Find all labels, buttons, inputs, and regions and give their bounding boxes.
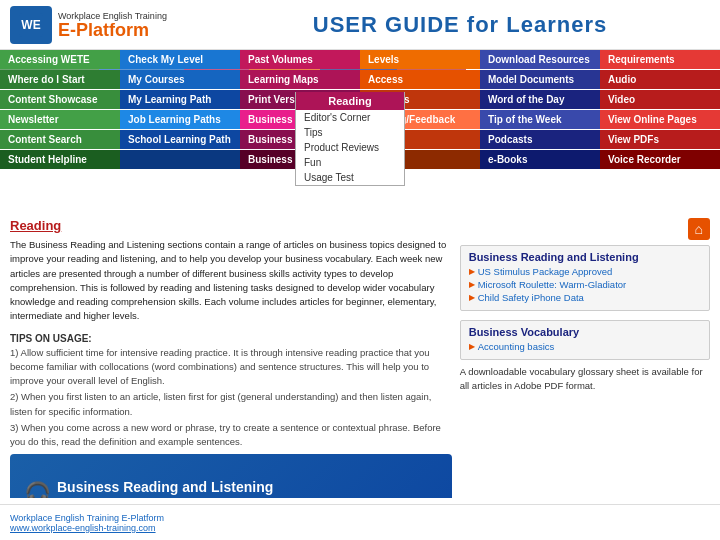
main-content-para: The Business Reading and Listening secti… — [10, 238, 452, 324]
subnav-word-of-the-day[interactable]: Word of the Day — [480, 90, 600, 109]
reading-dropdown-tips[interactable]: Tips — [296, 125, 404, 140]
tips-title: TIPS ON USAGE: — [10, 333, 452, 344]
subnav-audio[interactable]: Audio — [600, 70, 720, 89]
logo-platform: -Platform — [70, 20, 149, 40]
page-title: USER GUIDE for Learners — [210, 12, 710, 38]
subnav-my-learning-path[interactable]: My Learning Path — [120, 90, 240, 109]
subnav-empty-6-2 — [120, 150, 240, 169]
right-column: ⌂ Business Reading and Listening US Stim… — [460, 218, 710, 498]
biz-subtitle: US Economic Stimulus Plan Approved — [57, 497, 273, 498]
tips-item-2: 2) When you first listen to an article, … — [10, 390, 452, 419]
logo-icon: WE — [10, 6, 52, 44]
brl-link-2[interactable]: Microsoft Roulette: Warm-Gladiator — [469, 279, 701, 290]
tips-item-3: 3) When you come across a new word or ph… — [10, 421, 452, 450]
svg-text:WE: WE — [21, 18, 40, 32]
left-column: Reading The Business Reading and Listeni… — [10, 218, 452, 498]
subnav-video[interactable]: Video — [600, 90, 720, 109]
reading-dropdown: Reading Editor's Corner Tips Product Rev… — [295, 92, 405, 186]
reading-dropdown-editors-corner[interactable]: Editor's Corner — [296, 110, 404, 125]
bv-link-1[interactable]: Accounting basics — [469, 341, 701, 352]
subnav-past-volumes[interactable]: Past Volumes — [240, 50, 360, 69]
stacked-row-1: Accessing WETE Check My Level Past Volum… — [0, 50, 720, 70]
subnav-view-online-pages[interactable]: View Online Pages — [600, 110, 720, 129]
brl-title: Business Reading and Listening — [469, 251, 701, 263]
home-button[interactable]: ⌂ — [688, 218, 710, 240]
subnav-newsletter[interactable]: Newsletter — [0, 110, 120, 129]
subnav-voice-recorder[interactable]: Voice Recorder — [600, 150, 720, 169]
home-btn-area: ⌂ — [460, 218, 710, 240]
footer-link[interactable]: www.workplace-english-training.com — [10, 523, 710, 533]
subnav-access[interactable]: Access — [360, 70, 480, 89]
footer: Workplace English Training E-Platform ww… — [0, 504, 720, 540]
subnav-requirements[interactable]: Requirements — [600, 50, 720, 69]
subnav-my-courses[interactable]: My Courses — [120, 70, 240, 89]
reading-dropdown-header[interactable]: Reading — [296, 92, 404, 110]
subnav-check-my-level[interactable]: Check My Level — [120, 50, 240, 69]
subnav-content-showcase[interactable]: Content Showcase — [0, 90, 120, 109]
footer-line1: Workplace English Training E-Platform — [10, 513, 710, 523]
subnav-view-pdfs[interactable]: View PDFs — [600, 130, 720, 149]
logo-text: Workplace English Training E-Platform — [58, 11, 167, 39]
subnav-download-resources[interactable]: Download Resources — [480, 50, 600, 69]
reading-section-title[interactable]: Reading — [10, 218, 452, 233]
business-card-icon: 🎧 — [24, 481, 51, 498]
brl-link-1[interactable]: US Stimulus Package Approved — [469, 266, 701, 277]
reading-dropdown-product-reviews[interactable]: Product Reviews — [296, 140, 404, 155]
header: WE Workplace English Training E-Platform… — [0, 0, 720, 50]
logo-area: WE Workplace English Training E-Platform — [10, 6, 210, 44]
bv-title: Business Vocabulary — [469, 326, 701, 338]
brl-section: Business Reading and Listening US Stimul… — [460, 245, 710, 311]
subnav-podcasts[interactable]: Podcasts — [480, 130, 600, 149]
subnav-levels[interactable]: Levels — [360, 50, 480, 69]
subnav-school-learning-path[interactable]: School Learning Path — [120, 130, 240, 149]
vocab-note: A downloadable vocabulary glossary sheet… — [460, 365, 710, 394]
subnav-learning-maps[interactable]: Learning Maps — [240, 70, 360, 89]
main-content: Reading The Business Reading and Listeni… — [0, 212, 720, 504]
reading-dropdown-fun[interactable]: Fun — [296, 155, 404, 170]
reading-dropdown-usage-test[interactable]: Usage Test — [296, 170, 404, 185]
subnav-tip-of-week[interactable]: Tip of the Week — [480, 110, 600, 129]
subnav-model-documents[interactable]: Model Documents — [480, 70, 600, 89]
subnav-where-do-i-start[interactable]: Where do I Start — [0, 70, 120, 89]
subnav-content-search[interactable]: Content Search — [0, 130, 120, 149]
bv-section: Business Vocabulary Accounting basics — [460, 320, 710, 360]
logo-line2: E-Platform — [58, 21, 167, 39]
tips-item-1: 1) Allow sufficient time for intensive r… — [10, 346, 452, 389]
business-card: 🎧 Business Reading and Listening US Econ… — [10, 454, 452, 498]
tips-section: TIPS ON USAGE: 1) Allow sufficient time … — [10, 333, 452, 450]
subnav-accessing-wete[interactable]: Accessing WETE — [0, 50, 120, 69]
subnav-ebooks[interactable]: e-Books — [480, 150, 600, 169]
brl-link-3[interactable]: Child Safety iPhone Data — [469, 292, 701, 303]
subnav-job-learning-paths[interactable]: Job Learning Paths — [120, 110, 240, 129]
logo-e: E — [58, 20, 70, 40]
biz-title: Business Reading and Listening — [57, 479, 273, 495]
stacked-row-2: Where do I Start My Courses Learning Map… — [0, 70, 720, 90]
subnav-student-helpline[interactable]: Student Helpline — [0, 150, 120, 169]
